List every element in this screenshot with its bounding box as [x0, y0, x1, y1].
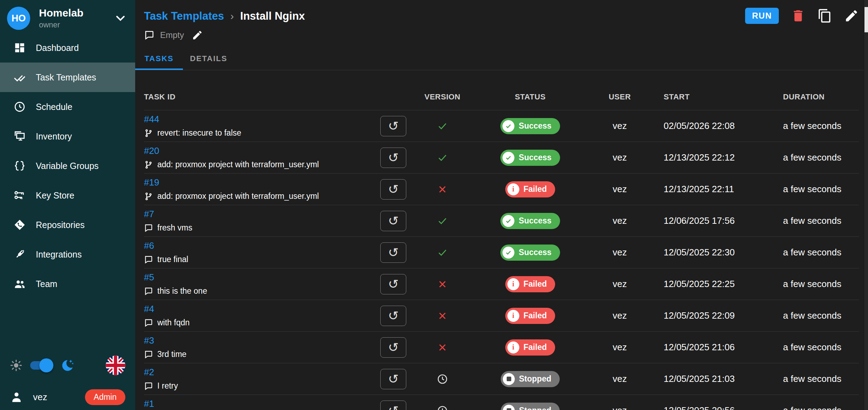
breadcrumb-separator-icon: ›: [230, 10, 234, 22]
task-id-link[interactable]: #44: [144, 114, 159, 125]
task-id-link[interactable]: #1: [144, 398, 154, 409]
breadcrumb-parent-link[interactable]: Task Templates: [144, 10, 224, 22]
theme-toggle[interactable]: [30, 361, 52, 370]
keys-icon: [13, 188, 27, 202]
rollback-button[interactable]: ↺: [380, 369, 406, 389]
project-name: Homelab: [39, 7, 84, 19]
version-success-icon: [437, 152, 448, 163]
sidebar-item-team[interactable]: Team: [0, 269, 135, 299]
rollback-button[interactable]: ↺: [380, 179, 406, 200]
git-branch-icon: [144, 160, 153, 169]
task-id-link[interactable]: #2: [144, 367, 154, 378]
sidebar-item-label: Key Store: [36, 190, 74, 201]
table-row: #2I retry↺Stoppedvez12/05/2025 21:03a fe…: [144, 363, 859, 395]
project-role: owner: [39, 20, 84, 30]
rollback-button[interactable]: ↺: [380, 148, 406, 168]
version-waiting-clock-icon: [437, 373, 448, 385]
version-success-icon: [437, 215, 448, 227]
task-duration: a few seconds: [776, 373, 859, 384]
tab-tasks[interactable]: TASKS: [135, 48, 183, 70]
edit-button[interactable]: [844, 8, 859, 23]
status-label: Success: [519, 216, 551, 226]
task-user: vez: [590, 310, 650, 321]
sidebar-item-schedule[interactable]: Schedule: [0, 92, 135, 122]
scrollbar-thumb[interactable]: [864, 7, 868, 32]
rollback-icon: ↺: [388, 372, 399, 386]
status-label: Stopped: [519, 406, 551, 410]
rollback-button[interactable]: ↺: [380, 211, 406, 231]
task-id-link[interactable]: #4: [144, 304, 154, 314]
sidebar-item-integrations[interactable]: Integrations: [0, 240, 135, 269]
status-label: Stopped: [519, 374, 551, 384]
username: vez: [33, 392, 47, 403]
task-duration: a few seconds: [776, 152, 859, 163]
commit-message: add: proxmox project with terraform_user…: [157, 160, 319, 169]
main-content: Task Templates › Install Nginx Empty RUN: [135, 0, 864, 410]
user-row[interactable]: vez Admin: [0, 384, 135, 410]
task-user: vez: [590, 121, 650, 131]
error-info-icon: i: [507, 183, 519, 195]
rollback-button[interactable]: ↺: [380, 337, 406, 358]
sidebar-item-repositories[interactable]: Repositories: [0, 210, 135, 240]
version-success-icon: [437, 247, 448, 258]
col-rollback: [372, 102, 414, 110]
comment-icon: [144, 350, 153, 359]
task-user: vez: [590, 342, 650, 353]
rollback-button[interactable]: ↺: [380, 306, 406, 326]
version-failed-icon: [437, 184, 448, 195]
table-row: #33rd time↺iFailedvez12/05/2025 21:06a f…: [144, 332, 859, 363]
rollback-button[interactable]: ↺: [380, 274, 406, 294]
table-row: #1↺Stoppedvez12/05/2025 20:56a few secon…: [144, 395, 859, 410]
col-version: VERSION: [414, 92, 471, 110]
monitor-icon: [13, 129, 27, 143]
rollback-button[interactable]: ↺: [380, 401, 406, 410]
status-badge: Stopped: [501, 371, 560, 387]
project-selector[interactable]: HO Homelab owner: [0, 0, 135, 37]
status-badge: iFailed: [505, 308, 555, 324]
sidebar-item-key-store[interactable]: Key Store: [0, 181, 135, 210]
task-id-link[interactable]: #19: [144, 177, 159, 188]
plug-icon: [13, 247, 27, 261]
task-id-link[interactable]: #6: [144, 240, 154, 251]
sidebar-item-label: Dashboard: [36, 43, 79, 53]
task-user: vez: [590, 279, 650, 289]
sidebar-item-label: Repositories: [36, 220, 85, 230]
task-id-link[interactable]: #5: [144, 272, 154, 283]
rollback-button[interactable]: ↺: [380, 116, 406, 136]
copy-button[interactable]: [817, 8, 832, 23]
sidebar-item-label: Team: [36, 279, 57, 289]
table-row: #4with fqdn↺iFailedvez12/05/2025 22:09a …: [144, 300, 859, 332]
status-badge: iFailed: [505, 339, 555, 356]
template-description: Empty: [160, 30, 184, 40]
chevron-down-icon: [113, 11, 127, 25]
scrollbar-track[interactable]: [864, 0, 868, 410]
task-id-link[interactable]: #3: [144, 335, 154, 346]
edit-description-icon[interactable]: [192, 30, 203, 41]
tab-details[interactable]: DETAILS: [183, 48, 234, 70]
sidebar-item-variable-groups[interactable]: Variable Groups: [0, 151, 135, 181]
delete-button[interactable]: [791, 8, 805, 23]
sidebar-item-inventory[interactable]: Inventory: [0, 122, 135, 151]
language-flag-uk[interactable]: [106, 356, 125, 375]
version-failed-icon: [437, 279, 448, 290]
status-label: Success: [519, 153, 551, 162]
theme-toggle-thumb[interactable]: [39, 358, 53, 372]
commit-message: this is the one: [157, 286, 207, 296]
task-id-link[interactable]: #20: [144, 145, 159, 156]
task-id-link[interactable]: #7: [144, 209, 154, 220]
sidebar-item-dashboard[interactable]: Dashboard: [0, 33, 135, 63]
run-button[interactable]: RUN: [745, 8, 779, 24]
status-label: Failed: [524, 279, 547, 289]
status-label: Failed: [524, 343, 547, 352]
version-success-icon: [437, 121, 448, 132]
status-badge: Success: [500, 118, 560, 134]
sidebar-item-task-templates[interactable]: Task Templates: [0, 63, 135, 92]
task-user: vez: [590, 184, 650, 195]
sidebar: HO Homelab owner DashboardTask Templates…: [0, 0, 135, 410]
col-duration: DURATION: [776, 92, 859, 110]
task-duration: a few seconds: [776, 279, 859, 289]
error-info-icon: i: [507, 310, 519, 322]
rollback-button[interactable]: ↺: [380, 242, 406, 263]
header-actions: RUN: [745, 8, 859, 24]
project-avatar: HO: [7, 7, 30, 30]
